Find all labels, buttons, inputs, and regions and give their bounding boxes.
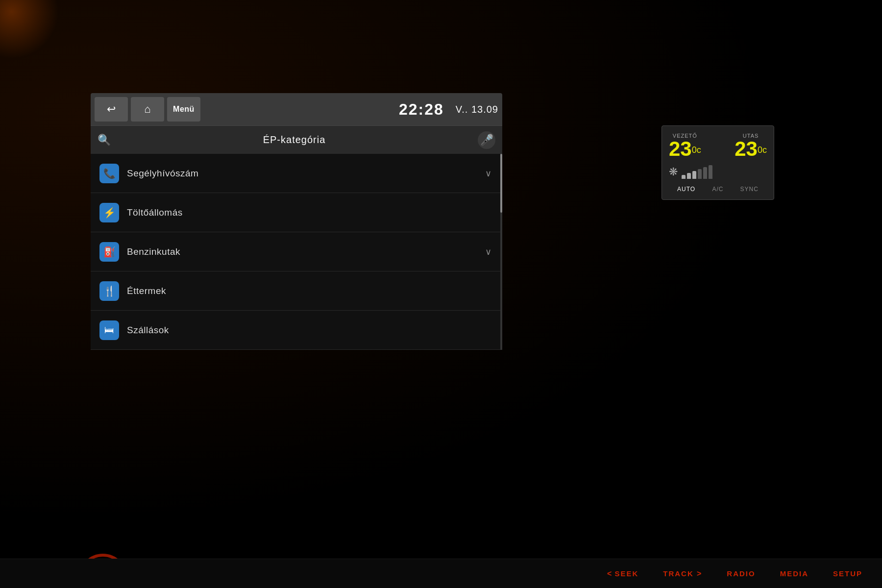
ac-button[interactable]: A/C — [712, 186, 723, 193]
climate-controls: AUTO A/C SYNC — [669, 186, 767, 193]
search-title: ÉP-kategória — [117, 134, 472, 146]
fan-bar-2 — [687, 173, 691, 179]
list-item[interactable]: 🍴 Éttermek — [91, 271, 500, 311]
fan-bar-3 — [692, 171, 696, 179]
benzin-icon: ⛽ — [99, 242, 119, 262]
list-item[interactable]: ⚡ Töltőállomás — [91, 193, 500, 232]
tolto-label: Töltőállomás — [127, 207, 183, 218]
sync-button[interactable]: SYNC — [740, 186, 759, 193]
fan-bar-5 — [703, 167, 707, 179]
time-section: 22:28 V.. 13.09 — [399, 100, 498, 119]
track-button[interactable]: TRACK — [663, 569, 702, 578]
driver-temp-block: VEZETŐ 230c — [669, 133, 701, 159]
chevron-down-icon: ∨ — [485, 168, 491, 179]
fan-bars — [682, 165, 712, 179]
bottom-nav-bar: SEEK TRACK RADIO MEDIA SETUP — [0, 559, 882, 588]
driver-temp: 230c — [669, 139, 701, 159]
radio-button[interactable]: RADIO — [727, 569, 755, 578]
poi-list: 📞 Segélyhívószám ∨ ⚡ Töltőállomás ⛽ Benz… — [91, 154, 502, 350]
menu-button[interactable]: Menü — [167, 97, 200, 122]
passenger-temp: 230c — [735, 139, 767, 159]
segely-icon: 📞 — [99, 164, 119, 183]
szallas-icon: 🛏 — [99, 320, 119, 340]
seek-button[interactable]: SEEK — [607, 569, 638, 578]
top-nav-bar: ↩ ⌂ Menü 22:28 V.. 13.09 — [91, 93, 502, 125]
search-icon: 🔍 — [98, 134, 111, 147]
home-button[interactable]: ⌂ — [131, 97, 164, 122]
benzin-label: Benzinkutak — [127, 246, 180, 257]
auto-button[interactable]: AUTO — [677, 186, 695, 193]
fan-bar-1 — [682, 175, 686, 179]
mic-icon[interactable]: 🎤 — [478, 131, 495, 149]
scrollbar-thumb — [500, 154, 502, 213]
main-ui: ↩ ⌂ Menü 22:28 V.. 13.09 🔍 ÉP-kategória … — [91, 93, 502, 350]
fan-section: ❋ — [669, 165, 767, 179]
list-item[interactable]: 📞 Segélyhívószám ∨ — [91, 154, 500, 193]
fan-bar-4 — [698, 169, 702, 179]
time-display: 22:28 — [399, 100, 444, 119]
climate-header-row: VEZETŐ 230c UTAS 230c — [669, 133, 767, 159]
list-item[interactable]: 🛏 Szállások — [91, 311, 500, 350]
ettermek-icon: 🍴 — [99, 281, 119, 301]
passenger-temp-block: UTAS 230c — [735, 133, 767, 159]
chevron-down-icon: ∨ — [485, 246, 491, 257]
search-bar[interactable]: 🔍 ÉP-kategória 🎤 — [91, 125, 502, 154]
list-item[interactable]: ⛽ Benzinkutak ∨ — [91, 232, 500, 271]
ettermek-label: Éttermek — [127, 286, 166, 296]
szallas-label: Szállások — [127, 325, 169, 336]
media-button[interactable]: MEDIA — [780, 569, 808, 578]
fan-icon: ❋ — [669, 166, 678, 178]
segely-label: Segélyhívószám — [127, 168, 198, 179]
scrollbar[interactable] — [500, 154, 502, 350]
version-display: V.. 13.09 — [456, 104, 498, 115]
tolto-icon: ⚡ — [99, 203, 119, 222]
setup-button[interactable]: SETUP — [833, 569, 862, 578]
back-button[interactable]: ↩ — [95, 97, 128, 122]
fan-bar-6 — [709, 165, 712, 179]
climate-panel: VEZETŐ 230c UTAS 230c ❋ AUTO A/C SYNC — [662, 125, 774, 200]
